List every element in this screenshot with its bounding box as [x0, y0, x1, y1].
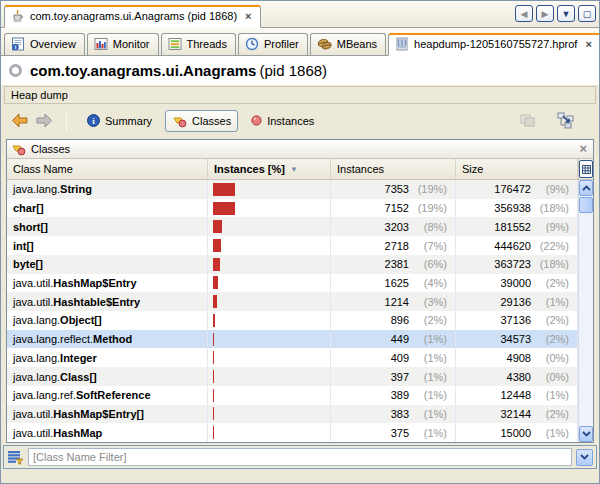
instances-bar	[213, 239, 221, 252]
table-row[interactable]: java.util.HashMap$Entry 1625(4%) 39000(2…	[7, 274, 578, 293]
classes-panel: Classes × Class Name Instances [%] ▼ Ins…	[6, 139, 594, 443]
table-row[interactable]: java.lang.String 7353(19%) 176472(9%)	[7, 180, 578, 199]
instances-bar-cell	[208, 423, 331, 442]
close-icon[interactable]: ×	[245, 12, 251, 21]
table-row[interactable]: char[] 7152(19%) 356938(18%)	[7, 199, 578, 218]
scroll-up-icon[interactable]	[579, 180, 593, 196]
instances-cell: 409(1%)	[331, 348, 456, 367]
profiler-clock-icon	[245, 37, 259, 51]
summary-label: Summary	[105, 115, 152, 127]
instances-bar-cell	[208, 405, 331, 424]
instances-bar-cell	[208, 180, 331, 199]
toolbar-right-icons	[520, 112, 589, 129]
class-name-cell: java.lang.Object[]	[7, 311, 208, 330]
table-row[interactable]: java.lang.Integer 409(1%) 4908(0%)	[7, 348, 578, 367]
maximize-icon[interactable]: ▢	[578, 5, 596, 22]
class-name-cell: short[]	[7, 217, 208, 236]
instances-bar	[213, 426, 214, 439]
instances-cell: 2718(7%)	[331, 236, 456, 255]
compare-heapdump-icon[interactable]	[520, 112, 537, 129]
instances-bar-cell	[208, 311, 331, 330]
document-tab-label: com.toy.anagrams.ui.Anagrams (pid 1868)	[30, 10, 237, 22]
table-row[interactable]: short[] 3203(8%) 181552(9%)	[7, 217, 578, 236]
class-name-filter-input[interactable]	[28, 448, 572, 466]
class-name-cell: java.lang.reflect.Method	[7, 330, 208, 349]
scroll-down-icon[interactable]	[579, 426, 593, 442]
sort-desc-icon: ▼	[290, 165, 298, 174]
instances-view-button[interactable]: Instances	[244, 111, 321, 131]
instances-bar-cell	[208, 255, 331, 274]
back-arrow-icon[interactable]	[11, 113, 29, 128]
instances-bar	[213, 407, 214, 420]
instances-bar	[213, 295, 217, 308]
tab-list-icon[interactable]: ▼	[557, 5, 575, 22]
tab-mbeans[interactable]: MBeans	[310, 33, 386, 56]
size-cell: 176472(9%)	[456, 180, 578, 199]
filter-options-chevron-down-icon[interactable]	[576, 449, 593, 466]
tab-label: Profiler	[264, 38, 299, 50]
table-row[interactable]: java.util.HashMap 375(1%) 15000(1%)	[7, 423, 578, 442]
mbeans-beans-icon	[317, 37, 332, 51]
instances-cell: 397(1%)	[331, 367, 456, 386]
application-ring-icon	[9, 64, 22, 77]
filter-icon	[7, 449, 24, 465]
instances-bar	[213, 276, 218, 289]
instances-bar	[213, 314, 215, 327]
size-cell: 39000(2%)	[456, 274, 578, 293]
table-row[interactable]: java.util.Hashtable$Entry 1214(3%) 29136…	[7, 292, 578, 311]
instances-bar-cell	[208, 348, 331, 367]
scroll-right-icon[interactable]: ▶	[536, 5, 554, 22]
instances-cell: 7152(19%)	[331, 199, 456, 218]
column-chooser-button[interactable]	[579, 160, 593, 178]
scrollbar-track[interactable]	[579, 213, 593, 426]
class-name-cell: java.lang.String	[7, 180, 208, 199]
classes-view-button[interactable]: Classes	[165, 110, 238, 132]
forward-arrow-icon[interactable]	[35, 113, 53, 128]
classes-panel-header: Classes ×	[7, 140, 593, 159]
instances-bar-cell	[208, 199, 331, 218]
column-chooser-cell	[578, 159, 593, 179]
column-header-size[interactable]: Size	[456, 159, 578, 179]
instances-bar-cell	[208, 386, 331, 405]
table-header-row: Class Name Instances [%] ▼ Instances Siz…	[7, 159, 593, 180]
tab-monitor[interactable]: Monitor	[87, 33, 159, 56]
tab-heapdump[interactable]: heapdump-1205160755727.hprof ×	[388, 33, 600, 56]
instances-cell: 375(1%)	[331, 423, 456, 442]
section-label-text: Heap dump	[11, 89, 68, 101]
scrollbar-thumb[interactable]	[579, 197, 593, 213]
overview-icon: i	[11, 37, 25, 51]
column-header-label: Instances [%]	[214, 163, 285, 175]
instances-bar-cell	[208, 274, 331, 293]
table-row[interactable]: java.lang.reflect.Method 449(1%) 34573(2…	[7, 330, 578, 349]
view-tab-bar: i Overview Monitor	[1, 28, 599, 56]
classes-label: Classes	[192, 115, 231, 127]
instances-bar	[213, 258, 220, 271]
column-header-instances[interactable]: Instances	[331, 159, 456, 179]
table-row[interactable]: byte[] 2381(6%) 363723(18%)	[7, 255, 578, 274]
close-icon[interactable]: ×	[585, 40, 591, 49]
tab-profiler[interactable]: Profiler	[238, 33, 308, 56]
tab-anagrams-document[interactable]: com.toy.anagrams.ui.Anagrams (pid 1868) …	[4, 5, 261, 28]
instances-cell: 896(2%)	[331, 311, 456, 330]
tab-threads[interactable]: Threads	[161, 33, 236, 56]
size-cell: 363723(18%)	[456, 255, 578, 274]
class-name-cell: java.lang.Class[]	[7, 367, 208, 386]
scroll-left-icon[interactable]: ◀	[515, 5, 533, 22]
column-header-instances-pct[interactable]: Instances [%] ▼	[208, 159, 331, 179]
tab-label: Threads	[187, 38, 227, 50]
table-row[interactable]: java.lang.ref.SoftReference 389(1%) 1244…	[7, 386, 578, 405]
vertical-scrollbar[interactable]	[578, 180, 593, 442]
table-row[interactable]: java.lang.Class[] 397(1%) 4380(0%)	[7, 367, 578, 386]
summary-view-button[interactable]: i Summary	[80, 110, 159, 131]
column-header-class-name[interactable]: Class Name	[7, 159, 208, 179]
close-icon[interactable]: ×	[579, 144, 587, 154]
instances-bar-cell	[208, 236, 331, 255]
table-row[interactable]: java.lang.Object[] 896(2%) 37136(2%)	[7, 311, 578, 330]
table-row[interactable]: java.util.HashMap$Entry[] 383(1%) 32144(…	[7, 405, 578, 424]
heap-walker-icon[interactable]	[557, 112, 575, 129]
instance-dot-icon	[251, 115, 262, 126]
size-cell: 4908(0%)	[456, 348, 578, 367]
table-row[interactable]: int[] 2718(7%) 444620(22%)	[7, 236, 578, 255]
tab-overview[interactable]: i Overview	[4, 33, 85, 56]
class-name-cell: java.lang.Integer	[7, 348, 208, 367]
